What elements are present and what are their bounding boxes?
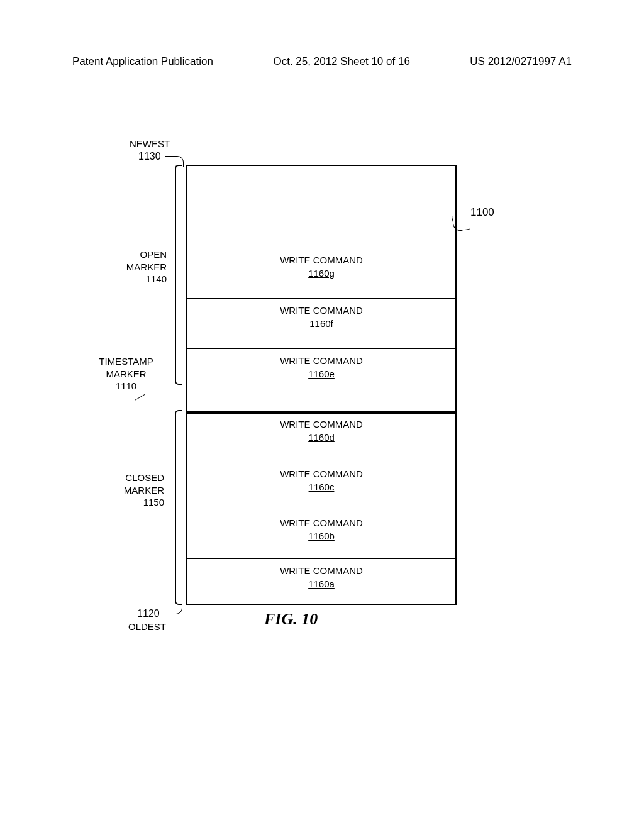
- open-marker-ref: 1140: [146, 274, 167, 284]
- oldest-label: OLDEST: [128, 621, 166, 632]
- leader-1120: [164, 605, 182, 614]
- cmd-ref: 1160c: [309, 482, 335, 492]
- cmd-ref: 1160b: [308, 531, 335, 541]
- ref-1130: 1130: [138, 151, 161, 162]
- timestamp-ref: 1110: [116, 380, 136, 391]
- cmd-label: WRITE COMMAND: [187, 517, 455, 528]
- cmd-ref: 1160f: [309, 318, 333, 329]
- cmd-ref: 1160a: [308, 578, 335, 589]
- open-marker-brace: [175, 165, 182, 385]
- closed-marker-brace: [175, 410, 182, 605]
- write-command-row-e: WRITE COMMAND 1160e: [187, 348, 455, 411]
- closed-marker-label: CLOSED MARKER 1150: [111, 472, 164, 509]
- closed-marker-ref: 1150: [143, 497, 164, 507]
- write-command-row-f: WRITE COMMAND 1160f: [187, 298, 455, 348]
- figure-diagram: NEWEST 1130 WRITE COMMAND 1160g WRITE CO…: [0, 138, 644, 629]
- figure-caption: FIG. 10: [264, 610, 318, 629]
- queue-box: WRITE COMMAND 1160g WRITE COMMAND 1160f …: [186, 165, 457, 605]
- cmd-label: WRITE COMMAND: [187, 255, 455, 265]
- write-command-row-d: WRITE COMMAND 1160d: [187, 412, 455, 462]
- newest-label: NEWEST: [130, 138, 170, 149]
- header-center: Oct. 25, 2012 Sheet 10 of 16: [273, 55, 409, 68]
- ref-1120: 1120: [137, 608, 160, 619]
- closed-marker-l2: MARKER: [124, 485, 164, 495]
- write-command-row-c: WRITE COMMAND 1160c: [187, 462, 455, 511]
- cmd-label: WRITE COMMAND: [187, 305, 455, 316]
- open-marker-l1: OPEN: [140, 249, 167, 260]
- timestamp-l1: TIMESTAMP: [99, 356, 153, 367]
- cmd-label: WRITE COMMAND: [187, 565, 455, 576]
- open-marker-label: OPEN MARKER 1140: [113, 248, 167, 285]
- page-header: Patent Application Publication Oct. 25, …: [0, 55, 644, 68]
- cmd-label: WRITE COMMAND: [187, 419, 455, 429]
- timestamp-l2: MARKER: [106, 368, 146, 379]
- cmd-label: WRITE COMMAND: [187, 468, 455, 479]
- write-command-row-a: WRITE COMMAND 1160a: [187, 558, 455, 606]
- write-command-row-g: WRITE COMMAND 1160g: [187, 248, 455, 298]
- cmd-ref: 1160g: [308, 268, 335, 279]
- ref-1100: 1100: [470, 206, 494, 219]
- header-right: US 2012/0271997 A1: [470, 55, 572, 68]
- timestamp-marker-label: TIMESTAMP MARKER 1110: [93, 355, 159, 392]
- write-command-row-b: WRITE COMMAND 1160b: [187, 511, 455, 558]
- open-marker-l2: MARKER: [126, 262, 167, 272]
- cmd-ref: 1160e: [308, 368, 335, 379]
- header-left: Patent Application Publication: [72, 55, 213, 68]
- cmd-label: WRITE COMMAND: [187, 355, 455, 366]
- closed-marker-l1: CLOSED: [125, 472, 164, 483]
- timestamp-leader-tick: [135, 394, 151, 410]
- cmd-ref: 1160d: [308, 432, 335, 443]
